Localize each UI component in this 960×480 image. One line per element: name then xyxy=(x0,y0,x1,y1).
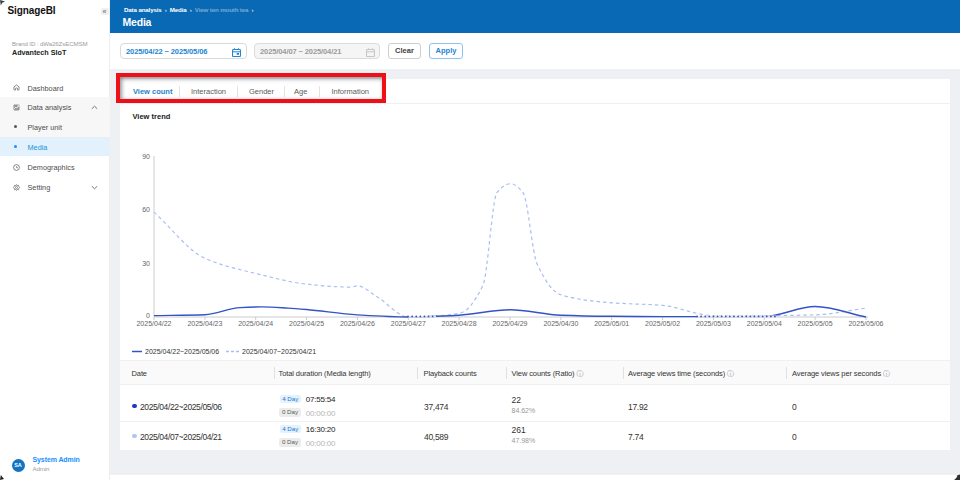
svg-text:2025/05/04: 2025/05/04 xyxy=(747,320,782,327)
svg-text:2025/05/05: 2025/05/05 xyxy=(798,320,833,327)
svg-text:30: 30 xyxy=(142,260,150,267)
svg-text:2025/04/26: 2025/04/26 xyxy=(340,320,375,327)
svg-text:2025/05/03: 2025/05/03 xyxy=(696,320,731,327)
svg-text:2025/04/22~2025/05/06: 2025/04/22~2025/05/06 xyxy=(145,348,219,355)
svg-text:2025/04/07~2025/04/21: 2025/04/07~2025/04/21 xyxy=(242,348,316,355)
svg-text:0: 0 xyxy=(146,312,150,319)
svg-text:2025/04/23: 2025/04/23 xyxy=(187,320,222,327)
svg-text:90: 90 xyxy=(142,153,150,160)
svg-text:2025/05/06: 2025/05/06 xyxy=(848,320,883,327)
svg-text:2025/04/22: 2025/04/22 xyxy=(136,320,171,327)
svg-text:2025/04/29: 2025/04/29 xyxy=(492,320,527,327)
svg-text:2025/04/25: 2025/04/25 xyxy=(289,320,324,327)
svg-text:2025/05/02: 2025/05/02 xyxy=(645,320,680,327)
svg-text:2025/04/30: 2025/04/30 xyxy=(543,320,578,327)
svg-text:2025/04/24: 2025/04/24 xyxy=(238,320,273,327)
svg-text:2025/05/01: 2025/05/01 xyxy=(594,320,629,327)
svg-text:2025/04/27: 2025/04/27 xyxy=(391,320,426,327)
svg-text:60: 60 xyxy=(142,206,150,213)
svg-text:2025/04/28: 2025/04/28 xyxy=(442,320,477,327)
